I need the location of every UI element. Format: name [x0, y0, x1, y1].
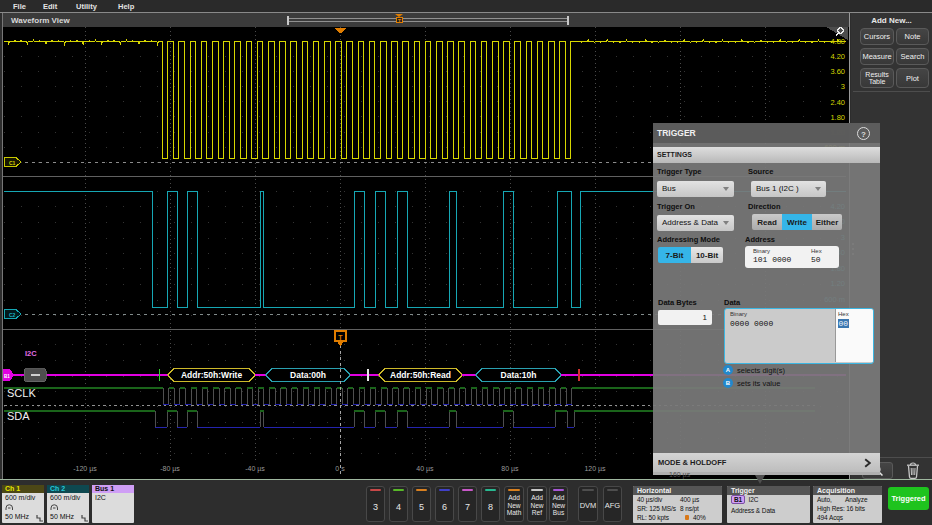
svg-text:4.80: 4.80	[830, 37, 845, 46]
svg-text:B1: B1	[4, 374, 10, 379]
svg-text:-120 µs: -120 µs	[73, 465, 97, 473]
svg-text:Data:00h: Data:00h	[290, 370, 326, 380]
svg-text:Data:10h: Data:10h	[501, 370, 537, 380]
svg-text:I2C: I2C	[25, 349, 37, 358]
svg-text:C2: C2	[9, 312, 16, 318]
svg-text:SDA: SDA	[7, 410, 30, 422]
svg-text:-40 µs: -40 µs	[245, 465, 265, 473]
svg-text:0 s: 0 s	[335, 465, 345, 472]
svg-text:-80 µs: -80 µs	[160, 465, 180, 473]
svg-text:3: 3	[841, 82, 845, 91]
svg-text:Addr:50h:Read: Addr:50h:Read	[390, 370, 451, 380]
svg-text:1.80: 1.80	[830, 113, 845, 122]
svg-text:Addr:50h:Write: Addr:50h:Write	[181, 370, 243, 380]
svg-text:120 µs: 120 µs	[584, 465, 606, 473]
svg-text:SCLK: SCLK	[7, 387, 36, 399]
svg-text:40 µs: 40 µs	[416, 465, 434, 473]
svg-text:3.60: 3.60	[830, 67, 845, 76]
svg-text:T: T	[338, 334, 343, 341]
svg-text:80 µs: 80 µs	[501, 465, 519, 473]
svg-text:2.40: 2.40	[830, 98, 845, 107]
svg-text:4.20: 4.20	[830, 52, 845, 61]
svg-text:C1: C1	[9, 160, 16, 166]
